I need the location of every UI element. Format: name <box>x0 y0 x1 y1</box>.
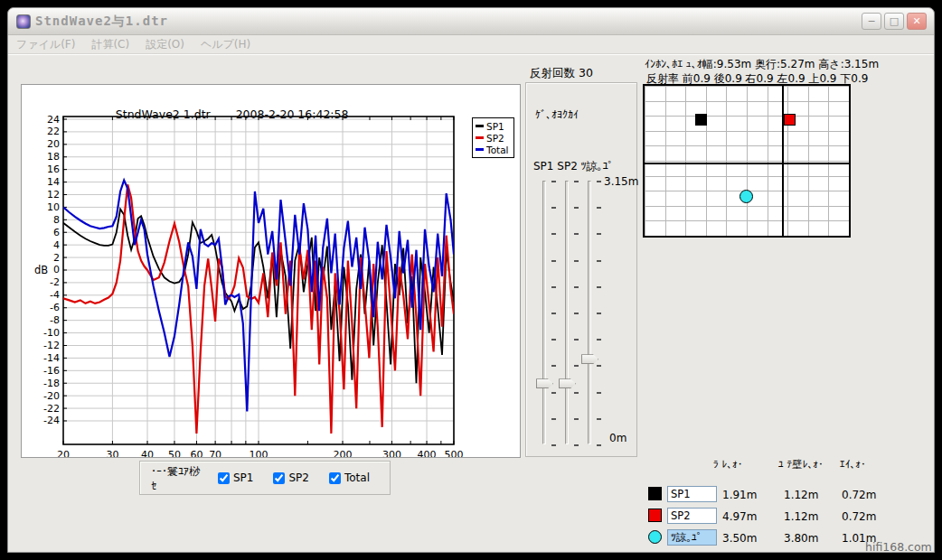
table-value: 4.97m <box>722 510 757 523</box>
svg-text:-10: -10 <box>43 327 60 339</box>
slider-tick <box>574 181 579 182</box>
height-slider-group: ｹﾞ､ｵﾖｸｶｲ SP1 SP2 ﾂ諒｡ﾕﾟ 3.15m 0m <box>525 82 637 457</box>
slider-tick <box>551 444 556 446</box>
table-value: 0.72m <box>842 489 876 501</box>
room-dimensions-text: ｲﾝﾎﾝ､ﾎｴ ｭ､ｵ幅:9.53m 奥行:5.27m 高さ:3.15m <box>645 57 879 72</box>
svg-text:50: 50 <box>168 449 181 457</box>
row-swatch-2 <box>648 509 662 522</box>
svg-text:100: 100 <box>250 449 268 457</box>
slider-track-1[interactable] <box>542 181 546 444</box>
chart-title-file: StndWave2 1.dtr <box>116 107 211 121</box>
row-name-input-2[interactable]: SP2 <box>667 508 717 524</box>
svg-text:40: 40 <box>141 449 154 457</box>
chart-title-datetime: 2008-2-20 16:42:58 <box>236 107 349 121</box>
menu-settings[interactable]: 設定(O) <box>137 37 193 52</box>
slider-tick <box>574 339 579 341</box>
table-value: 3.50m <box>722 532 757 545</box>
slider-tick <box>597 286 601 288</box>
checkbox-total-label[interactable]: Total <box>344 471 370 484</box>
room-marker-listening-point[interactable] <box>739 190 753 203</box>
room-center-vline <box>782 86 784 236</box>
svg-text:14: 14 <box>47 176 60 188</box>
svg-text:-2: -2 <box>50 276 60 288</box>
svg-text:-12: -12 <box>43 340 60 351</box>
slider-track-3[interactable] <box>588 181 591 444</box>
chart-legend: SP1 SP2 Total <box>472 117 514 158</box>
frequency-response-chart: 242220181614121086420-2-4-6-8-10-12-14-1… <box>22 85 520 457</box>
slider-thumb-2[interactable] <box>559 378 576 388</box>
checkbox-sp1-label[interactable]: SP1 <box>233 471 254 484</box>
slider-tick <box>551 392 556 394</box>
watermark: hifi168.com <box>865 540 932 554</box>
slider-tick <box>597 392 601 394</box>
table-header-col1: ﾗ ﾚ､ｫ･ <box>713 458 742 471</box>
svg-text:8: 8 <box>53 214 60 226</box>
svg-text:-4: -4 <box>50 289 60 301</box>
svg-text:30: 30 <box>106 449 118 457</box>
svg-text:2: 2 <box>53 252 60 264</box>
table-value: 3.80m <box>784 532 818 545</box>
app-window: StndWave2与1.dtr − □ ✕ ファイル(F) 計算(C) 設定(O… <box>7 7 935 553</box>
table-header-col2: ﾕ ﾃ壁ﾚ､ｫ･ <box>778 458 824 471</box>
slider-tick <box>574 207 579 209</box>
menu-calc[interactable]: 計算(C) <box>83 37 137 52</box>
slider-tick <box>551 339 556 341</box>
svg-text:12: 12 <box>47 189 60 201</box>
screen: StndWave2与1.dtr − □ ✕ ファイル(F) 計算(C) 設定(O… <box>0 0 942 560</box>
svg-text:300: 300 <box>382 449 401 457</box>
slider-tick <box>597 207 601 209</box>
legend-dash-sp2 <box>476 136 484 139</box>
svg-text:200: 200 <box>334 449 353 457</box>
svg-text:22: 22 <box>47 126 60 137</box>
close-button[interactable]: ✕ <box>907 13 927 30</box>
checkbox-sp2-label[interactable]: SP2 <box>288 471 309 484</box>
row-name-input-1[interactable]: SP1 <box>667 486 717 502</box>
slider-tick <box>574 286 579 288</box>
legend-item-sp2: SP2 <box>476 132 511 144</box>
reflection-count-label: 反射回数 30 <box>530 66 593 81</box>
chart-title: StndWave2 1.dtr2008-2-20 16:42:58 <box>94 94 348 135</box>
svg-text:-14: -14 <box>43 352 60 364</box>
slider-group-label: ｹﾞ､ｵﾖｸｶｲ <box>535 108 579 121</box>
svg-text:-18: -18 <box>43 378 60 389</box>
window-title: StndWave2与1.dtr <box>35 14 168 30</box>
svg-text:20: 20 <box>57 449 70 457</box>
slider-thumb-1[interactable] <box>536 378 553 388</box>
title-bar: StndWave2与1.dtr − □ ✕ <box>8 8 934 35</box>
checkbox-total[interactable] <box>329 472 341 484</box>
svg-text:6: 6 <box>53 227 60 238</box>
row-swatch-3 <box>648 530 662 544</box>
svg-text:20: 20 <box>47 138 60 150</box>
display-options-panel: ･ｰ･鬟ﾕｱ桫ｾ SP1 SP2 Total <box>139 461 391 495</box>
slider-track-2[interactable] <box>565 181 569 444</box>
slider-tick <box>597 418 601 420</box>
slider-tick <box>597 313 601 314</box>
slider-tick <box>574 260 579 262</box>
menu-bar: ファイル(F) 計算(C) 設定(O) ヘルプ(H) <box>8 35 934 54</box>
slider-thumb-3[interactable] <box>581 354 598 364</box>
svg-text:16: 16 <box>47 163 60 175</box>
checkbox-sp2[interactable] <box>273 472 285 484</box>
slider-tick <box>551 260 556 262</box>
slider-tick <box>551 286 556 288</box>
slider-tick <box>551 207 556 209</box>
minimize-button[interactable]: − <box>862 13 881 30</box>
legend-item-sp1: SP1 <box>476 120 511 132</box>
slider-min-label: 0m <box>609 432 626 444</box>
menu-file[interactable]: ファイル(F) <box>8 37 83 52</box>
menu-help[interactable]: ヘルプ(H) <box>193 37 259 52</box>
room-marker-SP1[interactable] <box>695 114 707 126</box>
checkbox-sp1[interactable] <box>218 472 230 484</box>
slider-tick <box>551 313 556 314</box>
slider-tick <box>551 181 556 182</box>
legend-dash-sp1 <box>476 125 484 127</box>
slider-tick <box>597 233 601 235</box>
row-name-input-3[interactable]: ﾂ諒｡ﾕﾟ <box>667 529 717 546</box>
room-marker-SP2[interactable] <box>784 114 796 126</box>
slider-tick <box>597 339 601 341</box>
slider-tick <box>574 444 579 446</box>
room-top-view-diagram[interactable] <box>643 84 851 238</box>
svg-text:0: 0 <box>53 264 60 275</box>
maximize-button[interactable]: □ <box>884 13 904 30</box>
sliders-caption: SP1 SP2 ﾂ諒｡ﾕﾟ <box>533 159 614 174</box>
